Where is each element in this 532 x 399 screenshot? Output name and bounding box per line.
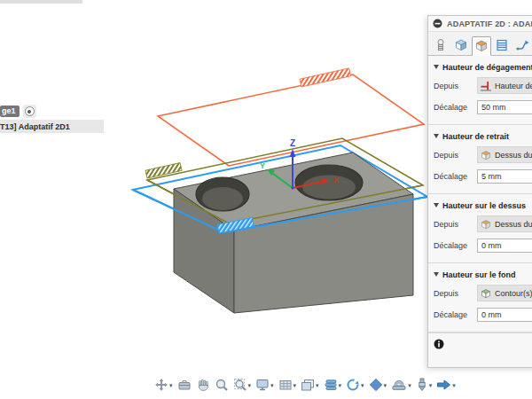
post-process-arrow-icon xyxy=(436,378,451,392)
tab-linking[interactable] xyxy=(512,35,532,55)
setup-badge[interactable]: ge1 xyxy=(0,106,20,117)
offset-label: Décalage xyxy=(434,103,477,112)
dropdown-caret: ▾ xyxy=(384,382,387,388)
post-process-button[interactable]: ▾ xyxy=(435,377,457,393)
pan-button[interactable]: ▾ xyxy=(153,377,174,393)
axis-z-label: Z xyxy=(290,138,295,148)
heights-cube-icon xyxy=(474,39,489,53)
info-icon[interactable] xyxy=(434,339,444,349)
offset-input[interactable]: 0 mm xyxy=(477,308,532,322)
from-dropdown[interactable]: Contour(s) xyxy=(477,285,532,301)
collapse-icon xyxy=(434,65,439,69)
hole-left[interactable] xyxy=(196,177,249,211)
from-label: Depuis xyxy=(434,289,477,298)
look-at-button[interactable] xyxy=(176,377,192,393)
tab-tool[interactable] xyxy=(431,35,450,55)
adaptive2d-dialog: ADAPTATIF 2D : ADAPTA xyxy=(427,15,532,368)
collapse-icon xyxy=(434,134,439,138)
dialog-menu-icon[interactable] xyxy=(433,19,442,28)
steps-button[interactable]: ▾ xyxy=(323,377,343,393)
section-top-height: Hauteur sur le dessus Depuis Dessus du D… xyxy=(428,194,532,262)
axis-x-label: X xyxy=(333,176,339,184)
machine-button[interactable]: ▾ xyxy=(390,377,412,393)
clearance-plane[interactable] xyxy=(158,74,424,166)
axis-y-label: Y xyxy=(260,161,265,170)
orbit-button[interactable]: ▾ xyxy=(345,377,365,393)
dropdown-caret: ▾ xyxy=(361,382,364,388)
home-view-button[interactable]: ▾ xyxy=(368,377,388,393)
dialog-footer xyxy=(428,332,532,356)
stock-top-icon xyxy=(481,150,491,160)
from-label: Depuis xyxy=(434,220,477,229)
tool-bit-button[interactable]: ▾ xyxy=(415,377,434,393)
navigation-toolbar: ▾ ▾ xyxy=(153,376,457,394)
clearance-height-icon xyxy=(481,81,491,91)
tab-passes[interactable] xyxy=(492,35,512,55)
machine-icon xyxy=(391,378,407,392)
grid-snaps-button[interactable]: ▾ xyxy=(278,377,298,393)
browser-operation-row[interactable]: [T13] Adaptatif 2D1 xyxy=(0,120,104,133)
viewports-icon xyxy=(301,378,315,392)
setup-visibility-radio[interactable] xyxy=(23,105,36,118)
dropdown-caret: ▾ xyxy=(248,382,252,388)
zoom-button[interactable] xyxy=(214,377,230,393)
diamond-icon xyxy=(369,378,383,392)
dropdown-caret: ▾ xyxy=(270,382,274,388)
dropdown-caret: ▾ xyxy=(293,382,297,388)
dropdown-caret: ▾ xyxy=(408,382,411,388)
orbit-icon xyxy=(346,378,360,392)
linking-icon xyxy=(515,38,529,52)
tool-icon xyxy=(434,38,448,52)
dialog-tab-bar xyxy=(428,32,532,56)
viewports-button[interactable]: ▾ xyxy=(300,377,320,393)
offset-input[interactable]: 5 mm xyxy=(477,169,532,184)
clearance-plane-tag xyxy=(300,68,351,87)
dropdown-caret: ▾ xyxy=(316,382,319,388)
display-settings-button[interactable]: ▾ xyxy=(254,377,275,393)
from-label: Depuis xyxy=(434,82,477,90)
hole-right[interactable] xyxy=(295,165,363,200)
dialog-title-bar[interactable]: ADAPTATIF 2D : ADAPTA xyxy=(428,16,532,32)
offset-label: Décalage xyxy=(434,310,477,319)
section-header[interactable]: Hauteur de dégagement xyxy=(434,61,532,73)
tool-bit-icon xyxy=(416,378,428,392)
offset-label: Décalage xyxy=(434,241,477,250)
from-label: Depuis xyxy=(434,151,477,160)
section-bottom-height: Hauteur sur le fond Depuis Contour(s) Dé… xyxy=(428,263,532,332)
stock-top-icon xyxy=(481,219,491,230)
magnifier-icon xyxy=(215,378,229,392)
passes-icon xyxy=(495,38,509,52)
from-dropdown[interactable]: Dessus du xyxy=(477,146,532,163)
section-retract-height: Hauteur de retrait Depuis Dessus du Déca… xyxy=(428,125,532,193)
dropdown-caret: ▾ xyxy=(452,382,456,388)
from-dropdown[interactable]: Hauteur de xyxy=(477,77,532,94)
monitor-icon xyxy=(255,378,270,392)
section-header[interactable]: Hauteur sur le fond xyxy=(434,269,532,280)
collapse-icon xyxy=(434,272,439,277)
tab-geometry[interactable] xyxy=(451,35,471,55)
dialog-title: ADAPTATIF 2D : ADAPTA xyxy=(447,20,532,28)
look-at-icon xyxy=(177,378,192,392)
dropdown-caret: ▾ xyxy=(429,382,433,388)
section-header[interactable]: Hauteur de retrait xyxy=(434,130,532,142)
collapse-icon xyxy=(434,203,439,207)
offset-label: Décalage xyxy=(434,172,477,181)
contour-icon xyxy=(481,288,491,299)
geometry-cube-icon xyxy=(454,38,468,52)
hand-icon xyxy=(196,378,210,392)
section-header[interactable]: Hauteur sur le dessus xyxy=(434,200,532,211)
zoom-window-button[interactable]: ▾ xyxy=(232,377,253,393)
from-dropdown[interactable]: Dessus du xyxy=(477,215,532,232)
section-clearance-height: Hauteur de dégagement Depuis Hauteur de … xyxy=(428,56,532,124)
browser-header-strip xyxy=(0,0,82,4)
steps-icon xyxy=(324,378,338,392)
hand-pan-button[interactable] xyxy=(195,377,211,393)
dropdown-caret: ▾ xyxy=(339,382,342,388)
browser-setup-row[interactable]: ge1 xyxy=(0,105,36,118)
zoom-window-icon xyxy=(233,378,247,392)
tab-heights[interactable] xyxy=(472,36,491,56)
pan-icon xyxy=(154,378,168,392)
grid-icon xyxy=(278,378,293,392)
offset-input[interactable]: 0 mm xyxy=(477,239,532,253)
offset-input[interactable]: 50 mm xyxy=(477,100,532,114)
